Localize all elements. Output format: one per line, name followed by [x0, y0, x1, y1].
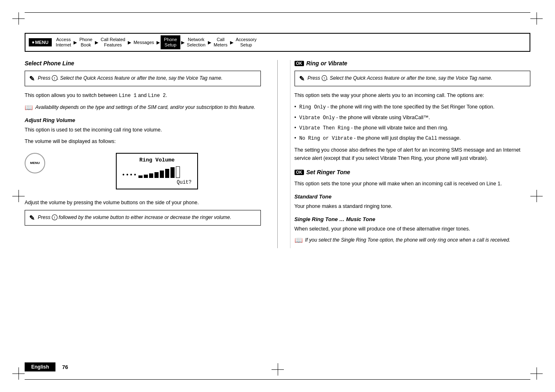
set-ringer-tone-body1: This option sets the tone your phone wil…	[295, 180, 531, 188]
set-ringer-tone-header: OK Set Ringer Tone	[295, 169, 531, 175]
single-ring-tone-body: When selected, your phone will produce o…	[295, 225, 531, 233]
nav-item-call-meters[interactable]: CallMeters	[212, 36, 229, 48]
standard-tone-body: Your phone makes a standard ringing tone…	[295, 202, 531, 210]
vol-bar-cursor	[176, 166, 180, 178]
ok-badge-ring: OK	[295, 61, 304, 66]
volume-dots: ••••	[122, 171, 137, 178]
nav-arrow-3: ▶	[128, 40, 131, 45]
nav-arrow-7: ▶	[230, 40, 233, 45]
standard-tone-subtitle: Standard Tone	[295, 194, 531, 200]
nav-arrow-1: ▶	[74, 40, 77, 45]
adjust-ring-volume-memo: ✎ Press ↑ followed by the volume button …	[25, 210, 261, 226]
vol-bar-6	[165, 169, 169, 178]
content-area: Select Phone Line ✎ Press ↑. Select the …	[25, 60, 530, 248]
vol-bar-4	[154, 172, 159, 178]
nav-item-access-internet[interactable]: AccessInternet	[54, 36, 73, 48]
volume-bars: ••••	[120, 166, 194, 178]
top-border	[25, 12, 530, 13]
vol-bar-7	[170, 167, 175, 178]
ring-volume-display: Ring Volume •••• Quit?	[116, 153, 198, 189]
footer-page-number: 76	[62, 364, 68, 370]
menu-label: MENU	[29, 38, 52, 46]
page: MENU AccessInternet ▶ PhoneBook ▶ Call R…	[0, 0, 555, 392]
adjust-ring-volume-body3: Adjust the volume by pressing the volume…	[25, 198, 261, 207]
ring-option-1: Ring Only - the phone will ring with the…	[295, 103, 531, 111]
memo-text-2: Press ↑ followed by the volume button to…	[38, 214, 231, 221]
vol-bar-3	[149, 173, 153, 178]
select-phone-line-note: 📖 Availability depends on the type and s…	[25, 104, 261, 111]
memo-icon-1: ✎	[29, 75, 35, 83]
nav-item-messages[interactable]: Messages	[132, 39, 156, 46]
quit-text: Quit?	[120, 180, 194, 185]
ok-badge-ringer: OK	[295, 170, 304, 175]
crosshair-mid-left	[12, 190, 25, 202]
nav-arrow-5: ▶	[181, 40, 184, 45]
ring-option-4: No Ring or Vibrate - the phone will just…	[295, 134, 531, 143]
vol-bar-2	[144, 175, 148, 178]
menu-button-label: MENU	[30, 161, 40, 165]
select-phone-line-memo: ✎ Press ↑. Select the Quick Access featu…	[25, 71, 261, 86]
ring-option-2: Vibrate Only - the phone will vibrate us…	[295, 113, 531, 122]
nav-arrow-4: ▶	[157, 40, 160, 45]
right-column: OK Ring or Vibrate ✎ Press ↑. Select the…	[290, 60, 531, 248]
single-ring-tone-subtitle: Single Ring Tone … Music Tone	[295, 216, 531, 222]
crosshair-bottom-left	[12, 367, 25, 380]
column-divider	[277, 60, 278, 248]
nav-item-call-related[interactable]: Call RelatedFeatures	[99, 36, 127, 48]
nav-item-network-selection[interactable]: NetworkSelection	[185, 36, 207, 48]
nav-arrow-6: ▶	[208, 40, 211, 45]
nav-item-phone-setup[interactable]: PhoneSetup	[161, 35, 180, 49]
note-text-1: Availability depends on the type and set…	[35, 104, 255, 111]
nav-bar: MENU AccessInternet ▶ PhoneBook ▶ Call R…	[25, 33, 530, 52]
crosshair-bottom-right	[530, 367, 543, 380]
select-phone-line-body1: This option allows you to switch between…	[25, 91, 261, 100]
ring-or-vibrate-header: OK Ring or Vibrate	[295, 60, 531, 67]
adjust-ring-volume-body2: The volume will be displayed as follows:	[25, 137, 261, 145]
memo-icon-2: ✎	[29, 214, 35, 222]
crosshair-top-right	[530, 12, 543, 25]
select-phone-line-title: Select Phone Line	[25, 60, 261, 67]
set-ringer-tone-note: 📖 If you select the Single Ring Tone opt…	[295, 236, 531, 244]
memo-text-1: Press ↑. Select the Quick Access feature…	[38, 74, 223, 82]
note-icon-2: 📖	[295, 236, 303, 244]
note-text-2: If you select the Single Ring Tone optio…	[305, 236, 511, 244]
memo-icon-3: ✎	[299, 75, 304, 83]
left-column: Select Phone Line ✎ Press ↑. Select the …	[25, 60, 265, 248]
footer-language: English	[25, 362, 55, 371]
set-ringer-tone-title: Set Ringer Tone	[306, 169, 350, 175]
nav-item-phone-book[interactable]: PhoneBook	[78, 36, 94, 48]
ring-option-3: Vibrate Then Ring - the phone will vibra…	[295, 124, 531, 132]
crosshair-bottom-center	[272, 363, 284, 376]
note-icon-1: 📖	[25, 104, 33, 111]
crosshair-top-left	[12, 12, 25, 25]
adjust-ring-volume-body1: This option is used to set the incoming …	[25, 126, 261, 134]
crosshair-mid-right	[530, 190, 543, 202]
ring-or-vibrate-title: Ring or Vibrate	[306, 60, 348, 67]
ring-options-list: Ring Only - the phone will ring with the…	[295, 103, 531, 143]
ring-or-vibrate-body1: This option sets the way your phone aler…	[295, 91, 531, 99]
nav-arrow-2: ▶	[95, 40, 98, 45]
ring-or-vibrate-body2: The setting you choose also defines the …	[295, 146, 531, 162]
bottom-border	[25, 379, 530, 380]
menu-button: MENU	[25, 153, 45, 173]
ring-or-vibrate-memo: ✎ Press ↑. Select the Quick Access featu…	[295, 71, 531, 86]
vol-bar-1	[138, 175, 143, 178]
vol-bar-5	[160, 171, 164, 178]
ring-volume-display-title: Ring Volume	[120, 157, 194, 163]
memo-text-3: Press ↑. Select the Quick Access feature…	[308, 74, 493, 82]
adjust-ring-volume-title: Adjust Ring Volume	[25, 117, 261, 123]
nav-item-accessory-setup[interactable]: AccessorySetup	[234, 36, 258, 48]
